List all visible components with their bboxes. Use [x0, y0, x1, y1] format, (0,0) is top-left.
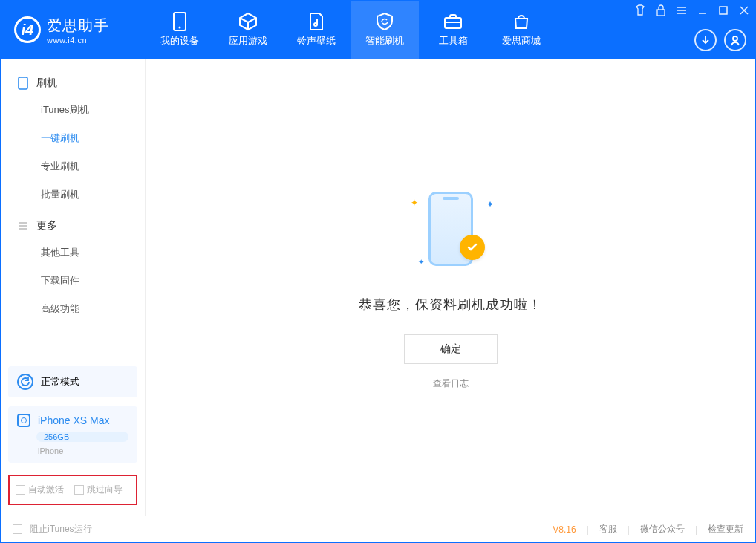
lock-icon[interactable]	[654, 4, 668, 17]
sidebar-section-title: 刷机	[36, 77, 57, 90]
svg-rect-6	[19, 77, 27, 89]
svg-point-5	[733, 36, 737, 41]
app-window: i4 爱思助手 www.i4.cn 我的设备 应用游戏 铃声壁纸 智能刷机	[0, 0, 756, 543]
app-logo[interactable]: i4 爱思助手 www.i4.cn	[1, 1, 146, 59]
minimize-icon[interactable]	[696, 4, 709, 17]
svg-rect-4	[720, 7, 727, 14]
music-file-icon	[307, 12, 326, 31]
sidebar-item-oneclick-flash[interactable]: 一键刷机	[1, 124, 145, 152]
success-illustration: ✦ ✦ ✦	[406, 184, 495, 273]
sidebar-item-download-firmware[interactable]: 下载固件	[1, 267, 145, 295]
view-log-link[interactable]: 查看日志	[433, 377, 469, 390]
sidebar-section-flash: 刷机	[1, 66, 145, 96]
auto-activate-option[interactable]: 自动激活	[16, 484, 64, 496]
nav-rings-wallpapers[interactable]: 铃声壁纸	[282, 1, 351, 59]
mode-status-card[interactable]: 正常模式	[8, 366, 137, 397]
nav-store[interactable]: 爱思商城	[487, 1, 555, 59]
nav-my-device[interactable]: 我的设备	[146, 1, 214, 59]
nav-label: 爱思商城	[502, 34, 541, 48]
flash-options-box: 自动激活 跳过向导	[8, 475, 137, 505]
nav-label: 我的设备	[160, 34, 199, 48]
cube-icon	[238, 12, 258, 31]
success-message: 恭喜您，保资料刷机成功啦！	[359, 296, 542, 313]
device-icon	[170, 12, 189, 31]
nav-label: 铃声壁纸	[297, 34, 336, 48]
nav-label: 应用游戏	[229, 34, 267, 48]
sparkle-icon: ✦	[418, 258, 424, 266]
ok-button[interactable]: 确定	[404, 334, 498, 364]
check-badge-icon	[460, 235, 485, 260]
nav-label: 智能刷机	[365, 34, 404, 48]
device-capacity: 256GB	[36, 432, 128, 442]
app-site: www.i4.cn	[47, 36, 109, 45]
sparkle-icon: ✦	[411, 198, 418, 208]
mode-status-label: 正常模式	[41, 375, 79, 388]
checkbox-icon[interactable]	[16, 485, 25, 495]
device-name: iPhone XS Max	[38, 414, 110, 426]
menu-icon[interactable]	[675, 4, 688, 17]
sidebar-item-batch-flash[interactable]: 批量刷机	[1, 181, 145, 209]
block-itunes-label[interactable]: 阻止iTunes运行	[30, 523, 92, 536]
main-panel: ✦ ✦ ✦ 恭喜您，保资料刷机成功啦！ 确定 查看日志	[146, 59, 755, 516]
device-type: iPhone	[38, 446, 128, 455]
nav-apps-games[interactable]: 应用游戏	[214, 1, 282, 59]
version-label: V8.16	[553, 524, 576, 535]
sidebar-item-itunes-flash[interactable]: iTunes刷机	[1, 96, 145, 124]
sidebar: 刷机 iTunes刷机 一键刷机 专业刷机 批量刷机 更多 其他工具 下载固件 …	[1, 59, 146, 516]
refresh-icon	[17, 374, 33, 390]
nav-label: 工具箱	[439, 34, 468, 48]
list-icon	[17, 220, 29, 232]
checkbox-icon[interactable]	[74, 485, 84, 495]
bag-icon	[512, 12, 531, 31]
sidebar-item-advanced[interactable]: 高级功能	[1, 295, 145, 323]
device-card[interactable]: iPhone XS Max 256GB iPhone	[8, 406, 137, 463]
device-small-icon	[17, 414, 30, 427]
sidebar-section-more: 更多	[1, 209, 145, 238]
tshirt-icon[interactable]	[633, 4, 647, 17]
nav-toolbox[interactable]: 工具箱	[419, 1, 487, 59]
footer-link-support[interactable]: 客服	[599, 523, 617, 536]
close-icon[interactable]	[737, 4, 751, 17]
user-button[interactable]	[724, 29, 746, 51]
phone-icon	[17, 77, 29, 89]
nav-smart-flash[interactable]: 智能刷机	[351, 1, 419, 59]
skip-wizard-option[interactable]: 跳过向导	[74, 484, 123, 496]
window-controls	[633, 4, 751, 17]
logo-icon: i4	[14, 16, 41, 43]
footer: 阻止iTunes运行 V8.16 | 客服 | 微信公众号 | 检查更新	[1, 516, 755, 542]
toolbox-icon	[443, 12, 463, 31]
titlebar: i4 爱思助手 www.i4.cn 我的设备 应用游戏 铃声壁纸 智能刷机	[1, 1, 755, 59]
checkbox-icon[interactable]	[13, 524, 22, 534]
sparkle-icon: ✦	[486, 199, 494, 209]
body: 刷机 iTunes刷机 一键刷机 专业刷机 批量刷机 更多 其他工具 下载固件 …	[1, 59, 755, 516]
sidebar-item-pro-flash[interactable]: 专业刷机	[1, 152, 145, 181]
footer-link-update[interactable]: 检查更新	[708, 523, 743, 536]
sidebar-item-other-tools[interactable]: 其他工具	[1, 238, 145, 267]
shield-refresh-icon	[375, 12, 394, 31]
footer-link-wechat[interactable]: 微信公众号	[640, 523, 685, 536]
app-name: 爱思助手	[47, 16, 109, 36]
svg-point-1	[179, 27, 181, 29]
download-button[interactable]	[694, 29, 717, 51]
sidebar-section-title: 更多	[36, 219, 57, 233]
svg-rect-3	[657, 10, 665, 16]
header-action-row	[694, 29, 746, 51]
maximize-icon[interactable]	[717, 4, 730, 17]
